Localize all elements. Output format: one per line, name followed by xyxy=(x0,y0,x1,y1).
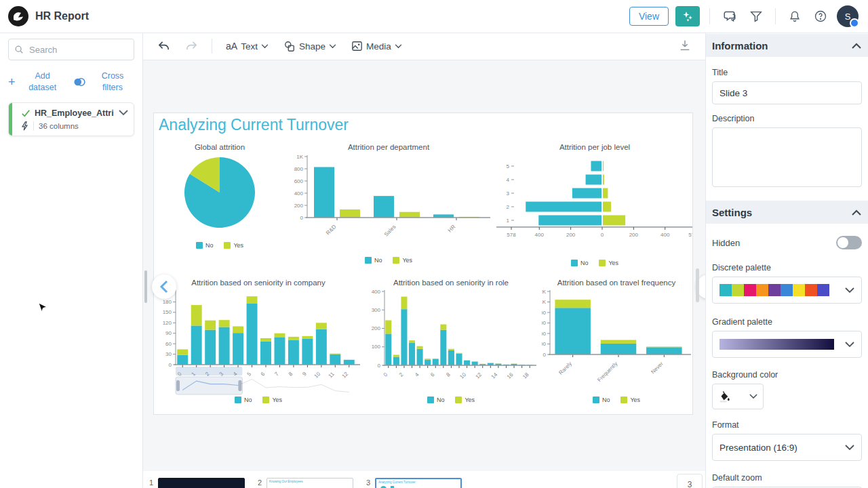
chart-legend: NoYes xyxy=(287,257,490,264)
text-menu-button[interactable]: aA Text xyxy=(220,37,274,55)
view-button[interactable]: View xyxy=(629,7,669,26)
bell-icon xyxy=(788,9,802,23)
information-section-header[interactable]: Information xyxy=(706,34,868,57)
background-color-select[interactable] xyxy=(712,384,764,409)
slide-thumbnail-1[interactable] xyxy=(158,478,245,488)
svg-text:200: 200 xyxy=(542,341,547,347)
svg-text:100: 100 xyxy=(372,344,381,350)
legend-swatch xyxy=(455,396,462,403)
title-label: Title xyxy=(712,68,862,77)
comments-button[interactable] xyxy=(719,6,740,26)
chevron-down-icon xyxy=(845,445,854,451)
dataset-columns: 36 columns xyxy=(39,122,79,130)
chevron-down-icon[interactable] xyxy=(119,110,128,116)
svg-text:7: 7 xyxy=(273,371,280,378)
chevron-down-icon xyxy=(395,44,402,49)
svg-text:800: 800 xyxy=(294,166,304,172)
svg-text:5: 5 xyxy=(507,163,510,169)
pie-plot xyxy=(155,154,284,234)
chevron-up-icon xyxy=(852,43,861,49)
legend-swatch xyxy=(393,257,399,264)
format-select[interactable]: Presentation (16:9) xyxy=(712,434,862,461)
svg-text:2: 2 xyxy=(507,204,510,210)
svg-text:400: 400 xyxy=(535,232,545,238)
svg-text:578: 578 xyxy=(688,232,693,238)
ai-sparkle-button[interactable] xyxy=(675,6,700,26)
gradient-palette-select[interactable] xyxy=(712,331,862,358)
undo-button[interactable] xyxy=(152,37,176,56)
download-button[interactable] xyxy=(674,38,696,53)
search-input[interactable] xyxy=(28,44,128,56)
undo-icon xyxy=(157,41,170,52)
svg-text:400: 400 xyxy=(294,190,304,197)
chart-attrition-per-department[interactable]: Attrition per department 02004006008001K… xyxy=(287,143,490,264)
chart-legend: NoYes xyxy=(157,396,360,403)
chart-seniority-in-role[interactable]: Attrition based on seniority in role 010… xyxy=(366,279,536,403)
hidden-toggle[interactable] xyxy=(836,236,862,249)
bar-plot: 02004006008001K1.2KRarelyFrequentlyNever xyxy=(542,289,691,391)
cross-filters-icon xyxy=(73,77,85,87)
svg-text:400: 400 xyxy=(542,331,547,337)
funnel-icon xyxy=(749,9,763,23)
svg-text:HR: HR xyxy=(447,224,457,234)
svg-text:400: 400 xyxy=(660,232,670,238)
chart-global-attrition[interactable]: Global attrition NoYes xyxy=(155,143,284,249)
dataset-card[interactable]: HR_Employee_Attri… 36 columns xyxy=(8,102,134,136)
legend-swatch xyxy=(571,260,578,266)
notifications-button[interactable] xyxy=(785,7,804,26)
filters-button[interactable] xyxy=(747,7,766,26)
svg-text:12: 12 xyxy=(341,371,350,380)
legend-item: No xyxy=(571,260,589,266)
legend-item: Yes xyxy=(262,396,282,403)
media-menu-button[interactable]: Media xyxy=(346,37,408,55)
svg-text:4: 4 xyxy=(507,177,510,183)
chart-title: Attrition based on seniority in company xyxy=(157,279,360,289)
bar-plot: 0100200300400024681012141618 xyxy=(366,289,536,391)
editor-area: aA Text Shape Media Analyzing Current Tu… xyxy=(142,33,705,488)
chart-seniority-in-company[interactable]: Attrition based on seniority in company … xyxy=(157,279,360,403)
previous-slide-button[interactable] xyxy=(152,274,176,299)
svg-text:12: 12 xyxy=(474,371,483,380)
user-avatar[interactable]: S xyxy=(837,5,859,27)
svg-text:1K: 1K xyxy=(296,154,303,160)
legend-swatch xyxy=(224,242,231,249)
chevron-down-icon xyxy=(749,394,757,399)
svg-text:6: 6 xyxy=(260,371,267,378)
redo-icon xyxy=(185,41,198,52)
svg-text:5: 5 xyxy=(245,371,252,378)
media-image-icon xyxy=(351,41,363,52)
chevron-up-icon xyxy=(852,209,861,216)
slide-filmstrip: 1 2 Knowing Our Employees 3 Analyzing Cu… xyxy=(142,471,705,488)
default-zoom-label: Default zoom xyxy=(712,473,862,483)
slide-title-input[interactable] xyxy=(712,81,862,104)
left-scrollbar-thumb[interactable] xyxy=(144,270,147,303)
top-bar: HR Report View xyxy=(0,0,868,33)
chevron-down-icon xyxy=(845,287,854,293)
right-scrollbar-thumb[interactable] xyxy=(696,268,699,302)
plus-icon: + xyxy=(8,74,16,90)
chart-travel-frequency[interactable]: Attrition based on travel frequency 0200… xyxy=(542,279,691,403)
slide-page-indicator[interactable]: 3 xyxy=(677,474,703,488)
add-dataset-button[interactable]: + Add dataset xyxy=(4,70,68,94)
slide-description-input[interactable] xyxy=(712,127,862,187)
discrete-palette-select[interactable] xyxy=(712,277,862,304)
slide-thumbnail-2[interactable]: Knowing Our Employees xyxy=(267,478,353,488)
paint-bucket-icon xyxy=(718,390,730,403)
redo-button[interactable] xyxy=(180,37,203,56)
toucan-logo-icon xyxy=(8,6,28,26)
slide-heading[interactable]: Analyzing Current Turnover xyxy=(154,113,692,134)
search-box[interactable] xyxy=(8,39,134,60)
svg-text:18: 18 xyxy=(521,371,530,380)
chevron-down-icon xyxy=(845,342,854,348)
chart-attrition-per-job-level[interactable]: Attrition per job level 1234557840020002… xyxy=(496,143,693,266)
settings-section-header[interactable]: Settings xyxy=(706,201,868,224)
chart-title: Attrition based on travel frequency xyxy=(542,279,691,289)
svg-text:600: 600 xyxy=(542,320,547,326)
cross-filters-button[interactable]: Cross filters xyxy=(68,70,138,94)
check-icon xyxy=(21,109,31,117)
slide-canvas[interactable]: Analyzing Current Turnover Global attrit… xyxy=(153,113,693,415)
svg-text:4: 4 xyxy=(414,371,420,378)
shape-menu-button[interactable]: Shape xyxy=(278,37,342,56)
help-button[interactable] xyxy=(811,7,830,26)
slide-thumbnail-3[interactable]: Analyzing Current Turnover xyxy=(375,478,462,488)
